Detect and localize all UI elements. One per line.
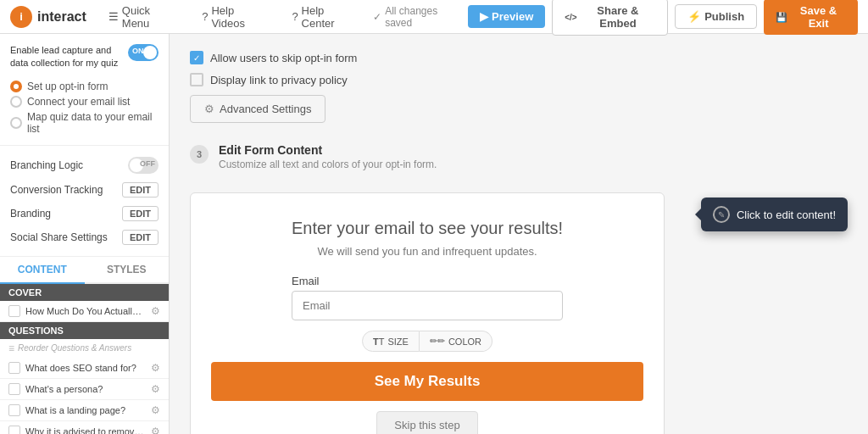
step-3-row: 3 Edit Form Content Customize all text a… xyxy=(190,143,848,170)
sidebar-top-section: Enable lead capture and data collection … xyxy=(0,34,169,146)
saved-status: ✓ All changes saved xyxy=(373,5,461,29)
branching-logic-row: Branching Logic OFF xyxy=(10,153,159,178)
q4-icon xyxy=(8,426,20,434)
checkbox-skip-optin[interactable]: ✓ xyxy=(190,51,203,64)
q2-icon xyxy=(8,383,20,395)
lead-capture-toggle[interactable]: ON xyxy=(128,44,159,61)
step-3-title: Edit Form Content xyxy=(219,143,848,157)
cover-icon xyxy=(8,305,20,317)
social-share-edit[interactable]: EDIT xyxy=(122,230,159,245)
preview-button[interactable]: Preview xyxy=(468,5,545,28)
radio-connect-email[interactable]: Connect your email list xyxy=(10,96,159,108)
submit-button[interactable]: See My Results xyxy=(211,362,643,401)
edit-circle-icon: ✎ xyxy=(713,206,730,223)
logo: i interact xyxy=(10,6,86,28)
radio-circle-selected xyxy=(10,81,22,92)
toggle-off-text: OFF xyxy=(140,159,155,168)
pencil-icon: ✏ xyxy=(430,336,445,347)
toggle-on-text: ON xyxy=(132,47,144,55)
check-icon: ✓ xyxy=(193,53,200,63)
radio-group: Set up opt-in form Connect your email li… xyxy=(10,81,159,135)
preview-icon xyxy=(480,10,488,23)
conversion-tracking-label: Conversion Tracking xyxy=(10,184,103,196)
q2-text: What's a persona? xyxy=(25,384,146,394)
tab-content[interactable]: CONTENT xyxy=(0,257,85,284)
question-item-1[interactable]: What does SEO stand for? ⚙ xyxy=(0,358,169,379)
save-exit-button[interactable]: Save & Exit xyxy=(764,0,858,35)
radio-setup-optin[interactable]: Set up opt-in form xyxy=(10,81,159,92)
bolt-icon xyxy=(687,10,701,23)
q4-text: Why it is advised to remove m... xyxy=(25,426,146,434)
social-share-row: Social Share Settings EDIT xyxy=(10,225,159,249)
form-preview-wrapper: Enter your email to see your results! We… xyxy=(190,184,712,434)
email-label: Email xyxy=(292,275,563,287)
q3-icon xyxy=(8,404,20,416)
sidebar: Enable lead capture and data collection … xyxy=(0,34,170,434)
branching-logic-toggle[interactable]: OFF xyxy=(128,157,159,174)
cover-gear-icon[interactable]: ⚙ xyxy=(151,305,160,317)
question-item-4[interactable]: Why it is advised to remove m... ⚙ xyxy=(0,421,169,434)
branching-logic-label: Branching Logic xyxy=(10,159,83,171)
cover-section-header: COVER xyxy=(0,284,169,301)
publish-button[interactable]: Publish xyxy=(675,4,757,29)
advanced-settings-button[interactable]: ⚙ Advanced Settings xyxy=(190,95,326,123)
skip-button[interactable]: Skip this step xyxy=(376,411,477,434)
social-share-label: Social Share Settings xyxy=(10,231,108,243)
nav-quick-menu[interactable]: Quick Menu xyxy=(100,0,186,34)
q3-gear-icon[interactable]: ⚙ xyxy=(151,404,160,416)
lead-capture-label: Enable lead capture and data collection … xyxy=(10,44,121,70)
step-3-content: Edit Form Content Customize all text and… xyxy=(219,143,848,170)
checkbox-privacy[interactable] xyxy=(190,73,203,86)
main-content: ✓ Allow users to skip opt-in form Displa… xyxy=(170,34,868,434)
branding-edit[interactable]: EDIT xyxy=(122,206,159,221)
checkbox-privacy-label: Display link to privacy policy xyxy=(210,74,348,86)
checkbox-privacy-row: Display link to privacy policy xyxy=(190,73,848,86)
logo-icon: i xyxy=(10,6,32,28)
question-item-2[interactable]: What's a persona? ⚙ xyxy=(0,379,169,400)
nav-help-center[interactable]: Help Center xyxy=(283,0,366,34)
share-embed-button[interactable]: Share & Embed xyxy=(552,0,668,36)
edit-content-tooltip[interactable]: ✎ Click to edit content! xyxy=(701,198,848,231)
size-button[interactable]: T SIZE xyxy=(362,331,420,352)
email-input[interactable] xyxy=(292,291,563,320)
branding-row: Branding EDIT xyxy=(10,202,159,225)
question-icon xyxy=(202,10,208,23)
content-styles-tabs: CONTENT STYLES xyxy=(0,257,169,284)
branding-label: Branding xyxy=(10,208,51,220)
form-email-section: Email xyxy=(292,275,563,331)
reorder-subheader: ≡ Reorder Questions & Answers xyxy=(0,339,169,358)
cover-item[interactable]: How Much Do You Actually Kn... ⚙ xyxy=(0,301,169,322)
q1-gear-icon[interactable]: ⚙ xyxy=(151,362,160,374)
save-icon xyxy=(776,10,787,23)
cover-item-text: How Much Do You Actually Kn... xyxy=(25,306,146,316)
t-icon: T xyxy=(373,337,384,347)
hamburger-icon xyxy=(108,10,119,23)
radio-map-quiz[interactable]: Map quiz data to your email list xyxy=(10,111,159,135)
help-icon xyxy=(292,10,298,23)
tab-styles[interactable]: STYLES xyxy=(85,257,170,282)
nav-right: ✓ All changes saved Preview Share & Embe… xyxy=(373,0,858,36)
top-nav: i interact Quick Menu Help Videos Help C… xyxy=(0,0,868,34)
q1-icon xyxy=(8,362,20,374)
q3-text: What is a landing page? xyxy=(25,405,146,415)
radio-circle-empty xyxy=(10,96,22,108)
radio-circle-empty2 xyxy=(10,117,22,129)
nav-help-videos[interactable]: Help Videos xyxy=(193,0,276,34)
q4-gear-icon[interactable]: ⚙ xyxy=(151,426,160,434)
conversion-tracking-edit[interactable]: EDIT xyxy=(122,182,159,198)
form-preview: Enter your email to see your results! We… xyxy=(190,192,665,434)
content-list: COVER How Much Do You Actually Kn... ⚙ Q… xyxy=(0,284,169,434)
code-icon xyxy=(565,10,576,23)
step-3-number: 3 xyxy=(190,145,209,164)
sidebar-settings-section: Branching Logic OFF Conversion Tracking … xyxy=(0,146,169,257)
step-3-desc: Customize all text and colors of your op… xyxy=(219,159,848,170)
checkbox-skip-label: Allow users to skip opt-in form xyxy=(210,52,357,64)
questions-section-header: QUESTIONS xyxy=(0,322,169,339)
conversion-tracking-row: Conversion Tracking EDIT xyxy=(10,178,159,202)
checkbox-skip-optin-row: ✓ Allow users to skip opt-in form xyxy=(190,51,848,64)
reorder-label: Reorder Questions & Answers xyxy=(18,343,131,353)
advanced-gear-icon: ⚙ xyxy=(204,103,214,115)
q2-gear-icon[interactable]: ⚙ xyxy=(151,383,160,395)
question-item-3[interactable]: What is a landing page? ⚙ xyxy=(0,400,169,421)
color-button[interactable]: ✏ COLOR xyxy=(420,331,492,352)
